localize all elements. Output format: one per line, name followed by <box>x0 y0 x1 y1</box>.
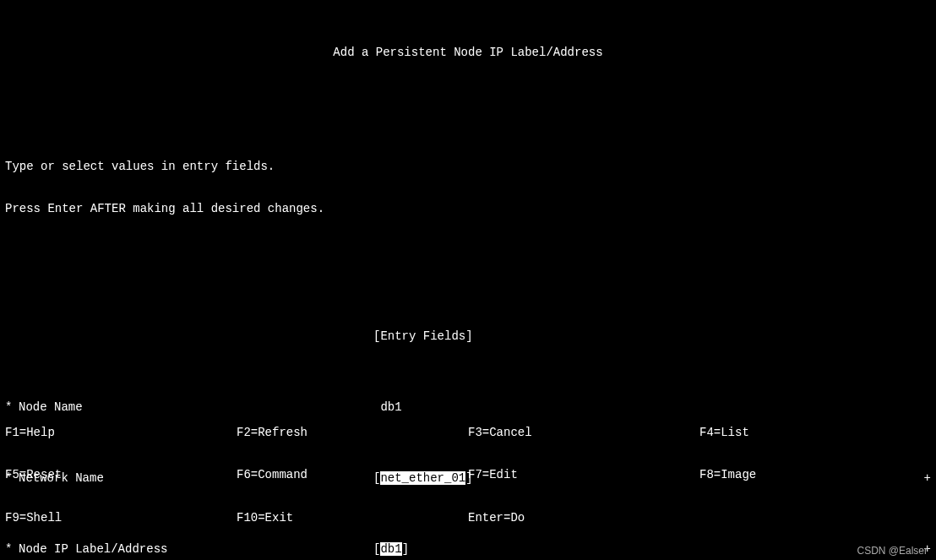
fkey-empty <box>699 511 931 525</box>
fkey-f6-command[interactable]: F6=Command <box>237 468 468 482</box>
fkey-f10-exit[interactable]: F10=Exit <box>237 511 468 525</box>
entry-fields-header: [Entry Fields] <box>373 329 914 344</box>
blank-line <box>5 103 931 117</box>
watermark: CSDN @Ealser <box>857 545 928 557</box>
blank-line <box>5 258 931 273</box>
fkey-f9-shell[interactable]: F9=Shell <box>5 511 237 525</box>
fkey-f4-list[interactable]: F4=List <box>699 426 931 440</box>
fkey-f1-help[interactable]: F1=Help <box>5 426 237 440</box>
hint-line-1: Type or select values in entry fields. <box>5 160 931 174</box>
fkey-f5-reset[interactable]: F5=Reset <box>5 468 237 482</box>
hint-line-2: Press Enter AFTER making all desired cha… <box>5 202 931 216</box>
fkey-f2-refresh[interactable]: F2=Refresh <box>237 426 468 440</box>
smit-screen: Add a Persistent Node IP Label/Address T… <box>0 0 936 560</box>
fkey-f3-cancel[interactable]: F3=Cancel <box>468 426 699 440</box>
entry-fields-header-row: [Entry Fields] <box>5 329 931 344</box>
fkey-f7-edit[interactable]: F7=Edit <box>468 468 699 482</box>
function-key-bar: F1=Help F2=Refresh F3=Cancel F4=List F5=… <box>5 397 931 553</box>
fkey-f8-image[interactable]: F8=Image <box>699 468 931 482</box>
page-title: Add a Persistent Node IP Label/Address <box>5 46 931 60</box>
fkey-enter-do[interactable]: Enter=Do <box>468 511 699 525</box>
